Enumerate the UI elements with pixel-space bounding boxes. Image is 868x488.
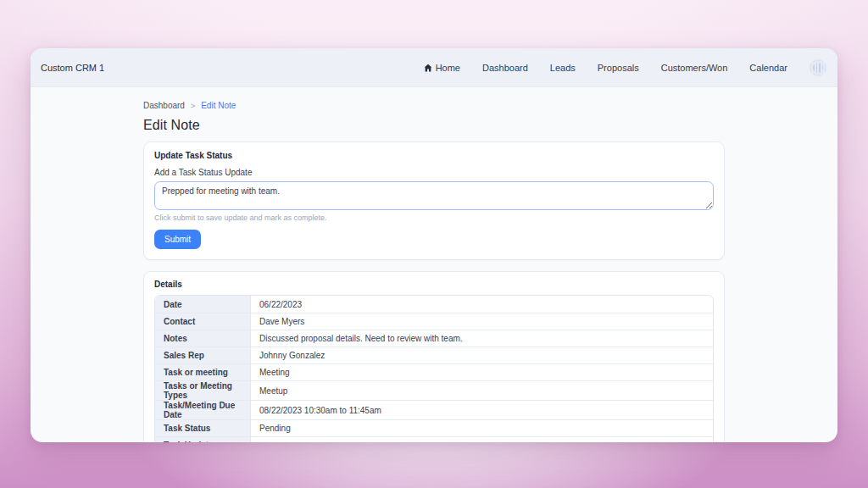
table-row: Task or meeting Meeting	[155, 363, 713, 380]
nav-item-dashboard[interactable]: Dashboard	[482, 63, 528, 73]
row-value: 06/22/2023	[251, 296, 713, 313]
row-label: Task Update	[155, 436, 251, 442]
table-row: Task Update	[155, 436, 713, 442]
row-value: Meeting	[251, 363, 713, 380]
row-label: Contact	[155, 313, 251, 330]
table-row: Task/Meeting Due Date 08/22/2023 10:30am…	[155, 400, 713, 419]
submit-button[interactable]: Submit	[154, 230, 201, 249]
table-row: Contact Dave Myers	[155, 313, 713, 330]
table-row: Tasks or Meeting Types Meetup	[155, 380, 713, 400]
home-icon	[424, 64, 432, 72]
row-label: Task/Meeting Due Date	[155, 400, 251, 419]
row-value: 08/22/2023 10:30am to 11:45am	[251, 400, 713, 419]
nav-label-dashboard: Dashboard	[482, 63, 528, 73]
nav-item-leads[interactable]: Leads	[550, 63, 576, 73]
row-label: Date	[155, 296, 251, 313]
nav-label-home: Home	[436, 63, 460, 73]
row-value: Johnny Gonzalez	[251, 347, 713, 363]
row-label: Task Status	[155, 419, 251, 436]
details-table: Date 06/22/2023 Contact Dave Myers Notes…	[154, 295, 714, 442]
nav-label-leads: Leads	[550, 63, 576, 73]
row-value: Dave Myers	[251, 313, 713, 330]
user-avatar-icon[interactable]	[810, 59, 826, 76]
row-value: Meetup	[251, 380, 713, 400]
app-bar: Custom CRM 1 Home Dashboard Leads Propos…	[31, 48, 837, 87]
table-row: Sales Rep Johnny Gonzalez	[155, 347, 713, 363]
app-window: Custom CRM 1 Home Dashboard Leads Propos…	[31, 48, 837, 442]
main-nav: Home Dashboard Leads Proposals Customers…	[424, 59, 826, 76]
nav-label-proposals: Proposals	[598, 63, 639, 73]
row-label: Sales Rep	[155, 347, 251, 363]
breadcrumb-current[interactable]: Edit Note	[201, 101, 236, 110]
row-label: Tasks or Meeting Types	[155, 380, 251, 400]
update-card-title: Update Task Status	[154, 151, 714, 160]
page-title: Edit Note	[143, 118, 725, 133]
task-status-update-textarea[interactable]: Prepped for meeting with team.	[154, 181, 714, 210]
task-status-update-label: Add a Task Status Update	[154, 168, 714, 177]
nav-item-proposals[interactable]: Proposals	[598, 63, 639, 73]
details-card-title: Details	[154, 280, 714, 289]
row-value: Discussed proposal details. Need to revi…	[251, 330, 713, 347]
row-value	[251, 436, 713, 442]
update-task-status-card: Update Task Status Add a Task Status Upd…	[143, 141, 725, 260]
details-card: Details Date 06/22/2023 Contact Dave Mye…	[143, 271, 725, 442]
row-value: Pending	[251, 419, 713, 436]
row-label: Notes	[155, 330, 251, 347]
table-row: Date 06/22/2023	[155, 296, 713, 313]
table-row: Notes Discussed proposal details. Need t…	[155, 330, 713, 347]
nav-item-calendar[interactable]: Calendar	[749, 63, 787, 73]
nav-item-customers-won[interactable]: Customers/Won	[661, 63, 728, 73]
brand-title: Custom CRM 1	[41, 63, 104, 73]
submit-helper-text: Click submit to save update and mark as …	[154, 214, 714, 222]
row-label: Task or meeting	[155, 363, 251, 380]
page-content: Dashboard > Edit Note Edit Note Update T…	[143, 87, 725, 442]
breadcrumb-separator-icon: >	[191, 102, 195, 110]
breadcrumb-dashboard-link[interactable]: Dashboard	[143, 101, 185, 110]
nav-label-calendar: Calendar	[749, 63, 787, 73]
nav-label-customers-won: Customers/Won	[661, 63, 728, 73]
table-row: Task Status Pending	[155, 419, 713, 436]
nav-item-home[interactable]: Home	[424, 63, 460, 73]
breadcrumb: Dashboard > Edit Note	[143, 101, 725, 110]
